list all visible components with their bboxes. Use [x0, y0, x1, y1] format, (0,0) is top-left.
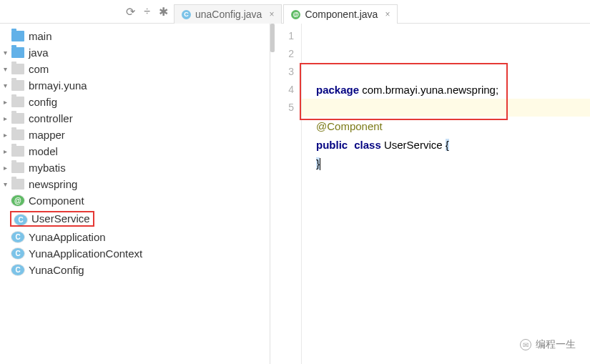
editor-tabs: C unaConfig.java × @ Component.java ×	[174, 1, 399, 24]
folder-icon	[11, 64, 24, 74]
chevron-right-icon[interactable]: ▸	[0, 98, 10, 106]
tree-item-label: brmayi.yuna	[29, 79, 87, 92]
keyword-class: class	[354, 139, 381, 151]
tree-item-model[interactable]: ▸model	[0, 143, 270, 159]
class-name: UserService	[381, 139, 446, 151]
line-number: 2	[270, 45, 294, 63]
class-icon: C	[11, 232, 24, 242]
tree-item-label: main	[29, 30, 52, 42]
keyword-public: public	[316, 139, 348, 151]
tree-item-label: controller	[29, 112, 73, 124]
watermark-text: 编程一生	[536, 338, 576, 351]
code-editor[interactable]: 12345 package com.brmayi.yuna.newspring;…	[270, 24, 590, 364]
line-number: 4	[270, 81, 294, 99]
keyword-package: package	[316, 84, 359, 96]
tree-item-label: model	[29, 145, 58, 157]
folder-icon	[11, 113, 24, 124]
tree-item-label: java	[29, 46, 49, 59]
watermark: ✉ 编程一生	[520, 338, 576, 351]
chevron-down-icon[interactable]: ▾	[0, 65, 10, 73]
current-line-highlight	[302, 99, 590, 117]
tree-item-label: UserService	[31, 212, 90, 225]
wechat-icon: ✉	[520, 339, 531, 350]
chevron-down-icon[interactable]: ▾	[0, 49, 10, 56]
tree-item-label: newspring	[29, 178, 77, 190]
tree-item-brmayi-yuna[interactable]: ▾brmayi.yuna	[0, 77, 270, 94]
brace-open: {	[446, 139, 449, 151]
gear-icon[interactable]: ✱	[159, 5, 168, 19]
project-tree[interactable]: main▾java▾com▾brmayi.yuna▸config▸control…	[0, 24, 270, 364]
refresh-icon[interactable]: ⟳	[126, 5, 135, 19]
folder-icon	[11, 162, 24, 173]
folder-icon	[11, 179, 24, 190]
tab-yunaconfig[interactable]: C unaConfig.java ×	[174, 4, 282, 24]
text-cursor	[320, 158, 320, 170]
tab-label: Component.java	[305, 9, 378, 20]
highlight-box: CUserService	[10, 211, 94, 227]
annotation-icon: @	[11, 195, 24, 206]
tree-item-label: YunaApplication	[29, 231, 106, 243]
tree-item-label: mybatis	[29, 162, 66, 174]
tree-item-java[interactable]: ▾java	[0, 44, 270, 61]
tree-item-com[interactable]: ▾com	[0, 61, 270, 77]
chevron-right-icon[interactable]: ▸	[0, 147, 10, 155]
tree-item-label: com	[29, 63, 49, 75]
tree-item-yunaapplication[interactable]: CYunaApplication	[0, 229, 270, 245]
folder-icon	[11, 146, 24, 157]
class-icon: C	[11, 248, 24, 259]
line-gutter: 12345	[270, 24, 302, 364]
chevron-down-icon[interactable]: ▾	[0, 82, 10, 89]
close-icon[interactable]: ×	[385, 9, 390, 19]
tree-item-controller[interactable]: ▸controller	[0, 110, 270, 127]
chevron-right-icon[interactable]: ▸	[0, 114, 10, 122]
collapse-icon[interactable]: ÷	[144, 5, 150, 18]
folder-icon	[11, 97, 24, 107]
line-number: 1	[270, 27, 294, 45]
folder-icon	[11, 80, 24, 91]
annotation-icon: @	[291, 10, 300, 19]
class-icon: C	[182, 10, 191, 19]
toolbar: ⟳ ÷ ✱ C unaConfig.java × @ Component.jav…	[0, 0, 590, 24]
tree-item-mybatis[interactable]: ▸mybatis	[0, 159, 270, 176]
tab-component[interactable]: @ Component.java ×	[283, 4, 398, 24]
class-icon: C	[14, 215, 27, 225]
tree-item-label: Component	[29, 195, 84, 207]
tree-item-label: YunaConfig	[29, 264, 84, 276]
folder-icon	[11, 129, 24, 140]
tree-item-main[interactable]: main	[0, 28, 270, 44]
tree-item-label: mapper	[29, 129, 65, 141]
chevron-down-icon[interactable]: ▾	[0, 180, 10, 188]
tree-item-newspring[interactable]: ▾newspring	[0, 176, 270, 192]
folder-icon	[11, 47, 24, 58]
main-area: main▾java▾com▾brmayi.yuna▸config▸control…	[0, 24, 590, 364]
tab-label: unaConfig.java	[195, 9, 262, 20]
class-icon: C	[11, 265, 24, 275]
close-icon[interactable]: ×	[269, 9, 274, 19]
tree-item-yunaconfig[interactable]: CYunaConfig	[0, 262, 270, 278]
line-number: 3	[270, 63, 294, 81]
tree-item-label: YunaApplicationContext	[29, 247, 142, 260]
code-content[interactable]: package com.brmayi.yuna.newspring; @Comp…	[302, 24, 590, 364]
tree-item-label: config	[29, 96, 57, 108]
tree-item-yunaapplicationcontext[interactable]: CYunaApplicationContext	[0, 245, 270, 262]
tree-item-userservice[interactable]: CUserService	[0, 209, 270, 229]
annotation: @Component	[316, 120, 383, 132]
line-number: 5	[270, 99, 294, 117]
package-name: com.brmayi.yuna.newspring;	[359, 84, 498, 96]
folder-icon	[11, 31, 24, 41]
chevron-right-icon[interactable]: ▸	[0, 131, 10, 139]
tree-item-config[interactable]: ▸config	[0, 94, 270, 110]
tree-item-mapper[interactable]: ▸mapper	[0, 127, 270, 143]
tree-item-component[interactable]: @Component	[0, 192, 270, 209]
chevron-right-icon[interactable]: ▸	[0, 164, 10, 172]
